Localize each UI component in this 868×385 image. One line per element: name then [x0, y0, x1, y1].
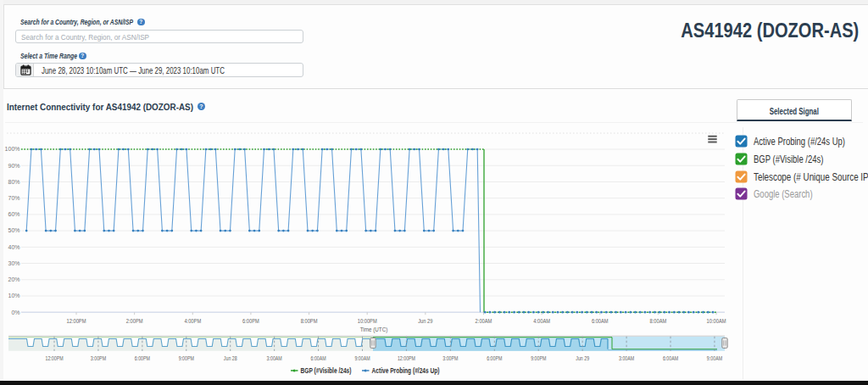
svg-text:8:00AM: 8:00AM	[650, 317, 667, 324]
svg-text:Time (UTC): Time (UTC)	[360, 326, 388, 332]
svg-text:20%: 20%	[8, 276, 19, 282]
svg-text:2:00AM: 2:00AM	[476, 317, 492, 324]
svg-text:12:00PM: 12:00PM	[398, 355, 415, 361]
svg-text:50%: 50%	[8, 227, 19, 233]
svg-text:12:00PM: 12:00PM	[45, 355, 63, 361]
svg-text:3:00AM: 3:00AM	[619, 355, 634, 361]
svg-text:3:00AM: 3:00AM	[267, 355, 282, 361]
svg-text:3:00PM: 3:00PM	[91, 355, 106, 361]
svg-text:Jun 29: Jun 29	[418, 317, 433, 324]
svg-text:100%: 100%	[5, 146, 20, 152]
svg-text:3:00PM: 3:00PM	[442, 355, 458, 361]
svg-text:2:00PM: 2:00PM	[126, 317, 143, 324]
svg-text:6:00AM: 6:00AM	[663, 355, 678, 361]
svg-text:10%: 10%	[8, 293, 19, 299]
svg-text:6:00AM: 6:00AM	[310, 355, 326, 361]
svg-text:9:00AM: 9:00AM	[707, 355, 722, 361]
svg-text:9:00AM: 9:00AM	[354, 355, 370, 361]
svg-text:80%: 80%	[8, 179, 19, 185]
svg-text:6:00PM: 6:00PM	[242, 317, 259, 324]
svg-text:6:00PM: 6:00PM	[487, 355, 502, 361]
svg-text:9:00PM: 9:00PM	[531, 355, 546, 361]
svg-text:6:00AM: 6:00AM	[592, 317, 609, 324]
svg-text:Active Probing (#/24s Up): Active Probing (#/24s Up)	[372, 366, 440, 375]
svg-text:Jun 28: Jun 28	[224, 355, 237, 361]
svg-text:8:00PM: 8:00PM	[301, 317, 318, 324]
svg-text:70%: 70%	[8, 195, 19, 201]
svg-text:4:00AM: 4:00AM	[533, 317, 550, 324]
svg-text:30%: 30%	[8, 260, 19, 266]
svg-text:4:00PM: 4:00PM	[184, 317, 201, 324]
svg-text:12:00PM: 12:00PM	[67, 317, 86, 324]
svg-text:60%: 60%	[8, 211, 19, 217]
svg-text:10:00PM: 10:00PM	[358, 317, 377, 324]
svg-text:0%: 0%	[11, 310, 19, 315]
svg-text:40%: 40%	[8, 244, 19, 250]
svg-text:BGP (#Visible /24s): BGP (#Visible /24s)	[301, 366, 352, 375]
svg-text:90%: 90%	[8, 163, 19, 169]
svg-text:Jun 29: Jun 29	[576, 355, 589, 361]
svg-text:10:00AM: 10:00AM	[707, 317, 726, 324]
svg-text:9:00PM: 9:00PM	[179, 355, 194, 361]
svg-text:6:00PM: 6:00PM	[135, 355, 150, 361]
